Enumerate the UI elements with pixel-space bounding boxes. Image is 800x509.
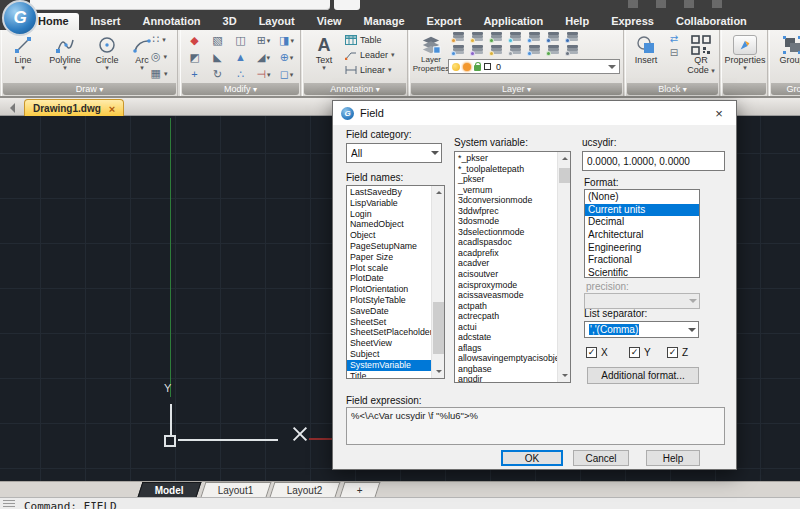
- axis-checkbox[interactable]: Z: [667, 347, 688, 358]
- list-item[interactable]: _vernum: [455, 185, 557, 196]
- insert-button[interactable]: Insert: [628, 32, 664, 65]
- group-button[interactable]: Group: [772, 32, 800, 65]
- app-logo-icon[interactable]: G: [2, 0, 38, 36]
- list-item[interactable]: acadprefix: [455, 248, 557, 259]
- list-item[interactable]: Login: [347, 209, 431, 220]
- list-item[interactable]: LispVariable: [347, 198, 431, 209]
- modify-tool-button[interactable]: ⊣ ▾: [252, 66, 275, 83]
- list-item[interactable]: aflags: [455, 343, 557, 354]
- layer-tool-button[interactable]: [546, 45, 563, 56]
- list-item[interactable]: actrecpath: [455, 311, 557, 322]
- list-item[interactable]: angdir: [455, 374, 557, 382]
- draw-panel-footer[interactable]: Draw ▾: [3, 83, 176, 95]
- list-item[interactable]: 3dosmode: [455, 216, 557, 227]
- list-item[interactable]: Architectural: [585, 229, 699, 242]
- modify-tool-button[interactable]: ◩: [183, 49, 206, 66]
- list-item[interactable]: actui: [455, 322, 557, 333]
- ribbon-tab[interactable]: Export: [417, 13, 472, 30]
- list-item[interactable]: PlotStyleTable: [347, 295, 431, 306]
- modify-panel-footer[interactable]: Modify ▾: [182, 83, 299, 95]
- list-item[interactable]: actpath: [455, 301, 557, 312]
- ribbon-tab[interactable]: Layout: [249, 13, 305, 30]
- additional-format-button[interactable]: Additional format...: [587, 367, 699, 384]
- block-panel-footer[interactable]: Block ▾: [627, 83, 718, 95]
- layout-tab[interactable]: Model: [138, 482, 202, 497]
- circle-button[interactable]: Circle▾: [88, 32, 126, 71]
- document-tab[interactable]: Drawing1.dwg ×: [24, 99, 124, 117]
- scroll-down-icon[interactable]: [558, 369, 571, 382]
- close-icon[interactable]: ×: [109, 104, 115, 114]
- group-panel-footer[interactable]: Group: [771, 83, 800, 95]
- tab-scroll-left-icon[interactable]: [5, 103, 15, 113]
- layer-tool-button[interactable]: [470, 45, 487, 56]
- list-item[interactable]: Decimal: [585, 216, 699, 229]
- list-item[interactable]: acadver: [455, 258, 557, 269]
- list-item[interactable]: *_pkser: [455, 153, 557, 164]
- dialog-title-bar[interactable]: G Field ×: [333, 101, 736, 125]
- quick-access-toolbar[interactable]: [30, 0, 330, 10]
- field-category-select[interactable]: All: [346, 143, 442, 163]
- quick-access-overflow[interactable]: [334, 0, 360, 10]
- list-separator-select[interactable]: ','(Comma): [584, 321, 699, 338]
- layer-tool-button[interactable]: [508, 45, 525, 56]
- ok-button[interactable]: OK: [501, 450, 563, 466]
- layout-tab[interactable]: +: [340, 482, 381, 497]
- scroll-thumb[interactable]: [433, 302, 444, 354]
- list-item[interactable]: SaveDate: [347, 306, 431, 317]
- ucsydir-value-field[interactable]: [582, 151, 725, 171]
- ribbon-tab[interactable]: 3D: [213, 13, 247, 30]
- command-input[interactable]: Command: FIELD: [24, 500, 117, 509]
- list-item[interactable]: Fractional: [585, 254, 699, 267]
- ribbon-tab[interactable]: Annotation: [133, 13, 211, 30]
- list-item[interactable]: Subject: [347, 349, 431, 360]
- axis-checkbox[interactable]: Y: [629, 347, 651, 358]
- list-item[interactable]: Engineering: [585, 242, 699, 255]
- modify-tool-button[interactable]: ⊕ ▾: [275, 49, 298, 66]
- layer-panel-footer[interactable]: Layer ▾: [411, 83, 622, 95]
- list-item[interactable]: Paper Size: [347, 252, 431, 263]
- ribbon-tab[interactable]: Help: [555, 13, 599, 30]
- ribbon-tab[interactable]: Insert: [81, 13, 131, 30]
- list-item[interactable]: acissaveasmode: [455, 290, 557, 301]
- ribbon-tab[interactable]: View: [307, 13, 352, 30]
- list-item[interactable]: 3ddwfprec: [455, 206, 557, 217]
- modify-tool-button[interactable]: ▧: [206, 32, 229, 49]
- list-item[interactable]: Scientific: [585, 267, 699, 277]
- layer-tool-button[interactable]: [489, 32, 506, 43]
- text-button[interactable]: Text▾: [307, 32, 341, 71]
- layer-tool-button[interactable]: [527, 32, 544, 43]
- list-item[interactable]: angbase: [455, 364, 557, 375]
- modify-tool-button[interactable]: ◢ ▾: [252, 49, 275, 66]
- layer-tool-button[interactable]: [470, 32, 487, 43]
- modify-tool-button[interactable]: ◨ ▾: [275, 32, 298, 49]
- layer-tool-button[interactable]: [451, 32, 468, 43]
- point-tools-button[interactable]: ∷▾: [142, 32, 176, 47]
- leader-button[interactable]: Leader▾: [345, 49, 395, 61]
- axis-checkbox[interactable]: X: [586, 347, 608, 358]
- list-item[interactable]: PlotDate: [347, 273, 431, 284]
- system-variable-list[interactable]: *_pkser*_toolpalettepath_pkser_vernum3dc…: [454, 151, 571, 383]
- block-edit-icon[interactable]: ⊟: [670, 48, 678, 58]
- scrollbar[interactable]: [431, 186, 444, 378]
- list-item[interactable]: adcstate: [455, 332, 557, 343]
- window-controls[interactable]: [628, 0, 738, 8]
- ribbon-tab[interactable]: Collaboration: [666, 13, 757, 30]
- annotation-panel-footer[interactable]: Annotation ▾: [304, 83, 406, 95]
- linear-button[interactable]: Linear▾: [345, 64, 395, 76]
- ribbon-tab[interactable]: Application: [473, 13, 553, 30]
- list-item[interactable]: SheetSet: [347, 317, 431, 328]
- list-item[interactable]: (None): [585, 191, 699, 204]
- list-item[interactable]: LastSavedBy: [347, 187, 431, 198]
- list-item[interactable]: Current units: [585, 204, 699, 217]
- modify-tool-button[interactable]: ◆: [183, 32, 206, 49]
- modify-tool-button[interactable]: ∴: [229, 66, 252, 83]
- list-item[interactable]: 3dselectionmode: [455, 227, 557, 238]
- field-names-list[interactable]: LastSavedByLispVariableLoginNamedObjectO…: [346, 185, 445, 379]
- list-item[interactable]: SheetSetPlaceholder: [347, 327, 431, 338]
- list-item[interactable]: _pkser: [455, 174, 557, 185]
- list-item[interactable]: Title: [347, 371, 431, 378]
- polyline-button[interactable]: Polyline▾: [42, 32, 88, 71]
- cancel-button[interactable]: Cancel: [573, 450, 629, 466]
- scroll-thumb[interactable]: [559, 168, 570, 183]
- list-item[interactable]: 3dconversionmode: [455, 195, 557, 206]
